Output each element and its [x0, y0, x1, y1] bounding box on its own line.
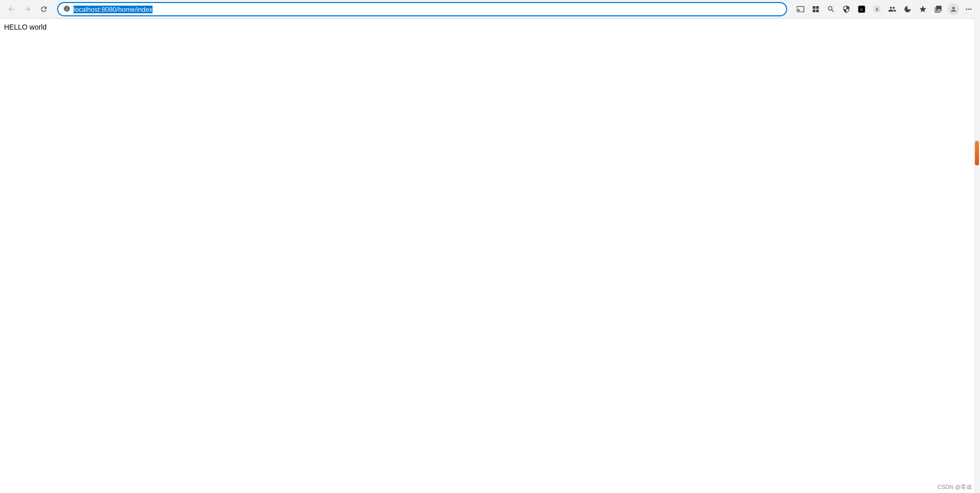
night-mode-button[interactable]: [900, 2, 915, 16]
reload-button[interactable]: [37, 2, 51, 16]
site-info-icon[interactable]: [63, 5, 70, 14]
screen-cast-button[interactable]: [793, 2, 808, 16]
svg-text:S: S: [876, 7, 878, 12]
s-icon: S: [873, 5, 881, 13]
watermark: CSDN @零成: [938, 483, 972, 491]
address-bar[interactable]: [57, 2, 787, 16]
back-icon: [7, 5, 15, 13]
s-icon-button[interactable]: S: [870, 2, 884, 16]
more-icon: [965, 5, 973, 13]
csdn-icon: C: [858, 5, 866, 13]
reload-icon: [40, 5, 48, 13]
toolbar: C S: [0, 0, 980, 18]
scrollbar-thumb[interactable]: [975, 141, 979, 165]
moon-icon: [903, 5, 912, 13]
collections-button[interactable]: [931, 2, 945, 16]
star-icon: [919, 5, 927, 13]
page-content: HELLO world: [0, 19, 980, 493]
people-icon: [888, 5, 896, 13]
scrollbar-track: [974, 18, 980, 493]
favorites-button[interactable]: [916, 2, 930, 16]
more-options-button[interactable]: [962, 2, 976, 16]
collections-icon: [934, 5, 942, 13]
tab-grid-icon: [812, 5, 820, 13]
profile-avatar: [948, 4, 959, 15]
csdn-button[interactable]: C: [855, 2, 869, 16]
zoom-icon: [827, 5, 835, 13]
profile-button[interactable]: [946, 2, 961, 16]
svg-text:C: C: [861, 8, 863, 11]
screen-cast-icon: [796, 5, 805, 13]
toolbar-icons: C S: [793, 2, 976, 16]
shield-button[interactable]: [839, 2, 853, 16]
zoom-button[interactable]: [824, 2, 838, 16]
tab-search-button[interactable]: [809, 2, 823, 16]
hello-world-text: HELLO world: [4, 23, 46, 31]
shield-icon: [842, 5, 850, 13]
url-input[interactable]: [73, 6, 781, 13]
forward-icon: [23, 5, 32, 13]
forward-button[interactable]: [20, 2, 35, 16]
browser-chrome: C S: [0, 0, 980, 19]
back-button[interactable]: [4, 2, 18, 16]
people-button[interactable]: [885, 2, 899, 16]
